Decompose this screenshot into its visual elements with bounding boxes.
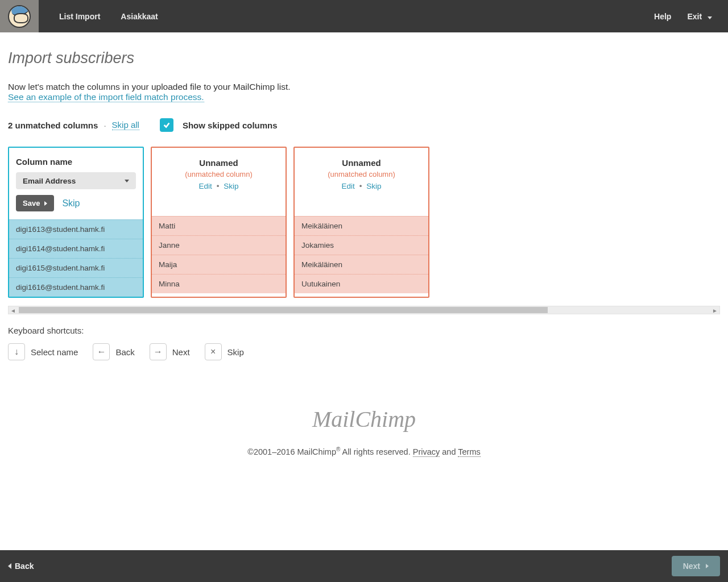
nav-exit-label: Exit [687, 12, 702, 21]
keyboard-shortcuts: Keyboard shortcuts: ↓ Select name ← Back… [8, 326, 720, 360]
column-unmatched-1-header: Unnamed (unmatched column) Edit • Skip [152, 148, 286, 216]
field-select[interactable]: Email Address [16, 172, 136, 189]
save-button-label: Save [23, 199, 40, 207]
table-row: digi1615@student.hamk.fi [9, 258, 143, 277]
save-button[interactable]: Save [16, 195, 54, 211]
edit-link[interactable]: Edit [199, 182, 212, 190]
table-row: digi1616@student.hamk.fi [9, 277, 143, 297]
separator: • [217, 182, 220, 190]
unmatched-subtitle: (unmatched column) [301, 170, 421, 178]
column-matched: Column name Email Address Save Skip digi… [8, 147, 144, 298]
unmatched-actions: Edit • Skip [159, 182, 279, 190]
chevron-down-icon [125, 180, 129, 182]
table-row: Meikäläinen [295, 255, 428, 274]
scroll-right-icon[interactable]: ► [712, 307, 718, 314]
shortcuts-row: ↓ Select name ← Back → Next × Skip [8, 343, 720, 360]
table-row: Janne [152, 235, 286, 255]
key-right-icon: → [150, 343, 167, 360]
top-nav: List Import Asiakkaat Help Exit [0, 0, 728, 32]
nav-list-import[interactable]: List Import [59, 12, 100, 21]
shortcuts-title: Keyboard shortcuts: [8, 326, 720, 335]
example-link[interactable]: See an example of the import field match… [8, 92, 204, 102]
table-row: Maija [152, 255, 286, 274]
nav-exit[interactable]: Exit [687, 12, 712, 21]
skip-link[interactable]: Skip [62, 198, 80, 209]
show-skipped-label: Show skipped columns [183, 120, 278, 130]
nav-help[interactable]: Help [654, 12, 671, 21]
show-skipped-checkbox[interactable] [160, 118, 173, 132]
column-unmatched-1-body: Matti Janne Maija Minna [152, 216, 286, 293]
unmatched-count: 2 unmatched columns [8, 120, 98, 130]
skip-link[interactable]: Skip [224, 182, 238, 190]
intro-text: Now let's match the columns in your uplo… [8, 82, 720, 92]
key-label: Select name [31, 347, 78, 357]
key-down-icon: ↓ [8, 343, 25, 360]
key-label: Skip [228, 347, 244, 357]
column-unmatched-2: Unnamed (unmatched column) Edit • Skip M… [293, 147, 429, 298]
brand-footer: MailChimp ©2001–2016 MailChimp® All righ… [8, 406, 720, 456]
copyright: ©2001–2016 MailChimp® All rights reserve… [8, 446, 720, 456]
key-label: Back [115, 347, 134, 357]
scroll-left-icon[interactable]: ◄ [10, 307, 16, 314]
back-button-label: Back [15, 562, 34, 571]
privacy-link[interactable]: Privacy [413, 447, 440, 457]
mailchimp-logo-icon [8, 5, 31, 28]
column-matched-body: digi1613@student.hamk.fi digi1614@studen… [9, 219, 143, 297]
table-row: digi1613@student.hamk.fi [9, 219, 143, 239]
nav-right: Help Exit [654, 12, 728, 21]
key-close-icon: × [205, 343, 222, 360]
chevron-right-icon [706, 564, 709, 568]
table-row: Matti [152, 216, 286, 235]
column-unmatched-2-body: Meikäläinen Jokamies Meikäläinen Uutukai… [295, 216, 428, 293]
copyright-suffix: All rights reserved. [340, 447, 412, 456]
horizontal-scrollbar[interactable]: ◄ ► [8, 306, 720, 314]
unmatched-summary: 2 unmatched columns · Skip all Show skip… [8, 118, 720, 132]
check-icon [163, 121, 171, 129]
unmatched-actions: Edit • Skip [301, 182, 421, 190]
table-row: Minna [152, 274, 286, 293]
skip-all-link[interactable]: Skip all [112, 120, 139, 130]
column-unmatched-1: Unnamed (unmatched column) Edit • Skip M… [151, 147, 287, 298]
chevron-down-icon [708, 16, 712, 19]
nav-left: List Import Asiakkaat [39, 12, 158, 21]
copyright-prefix: ©2001–2016 MailChimp [247, 447, 336, 456]
table-row: digi1614@student.hamk.fi [9, 239, 143, 258]
page-title: Import subscribers [8, 49, 720, 67]
intro: Now let's match the columns in your uplo… [8, 82, 720, 102]
skip-link[interactable]: Skip [366, 182, 381, 190]
page-content: Import subscribers Now let's match the c… [0, 32, 728, 456]
column-name-label: Column name [16, 156, 136, 172]
chevron-left-icon [8, 563, 11, 569]
nav-asiakkaat[interactable]: Asiakkaat [121, 12, 158, 21]
column-unmatched-2-header: Unnamed (unmatched column) Edit • Skip [295, 148, 428, 216]
separator: • [359, 182, 362, 190]
table-row: Jokamies [295, 235, 428, 255]
unmatched-title: Unnamed [159, 158, 279, 168]
logo[interactable] [0, 0, 39, 32]
and-text: and [440, 447, 458, 456]
columns-wrap: Column name Email Address Save Skip digi… [8, 147, 720, 298]
next-button-label: Next [683, 562, 700, 571]
field-select-value: Email Address [23, 177, 76, 185]
column-matched-header: Column name Email Address Save Skip [9, 148, 143, 219]
edit-link[interactable]: Edit [342, 182, 355, 190]
terms-link[interactable]: Terms [458, 447, 480, 457]
unmatched-subtitle: (unmatched column) [159, 170, 279, 178]
scrollbar-thumb[interactable] [19, 307, 548, 313]
next-button[interactable]: Next [672, 556, 720, 576]
chevron-right-icon [44, 201, 47, 206]
brand-logo: MailChimp [8, 406, 720, 433]
bottom-bar: Back Next [0, 550, 728, 582]
separator: · [104, 120, 106, 130]
unmatched-title: Unnamed [301, 158, 421, 168]
table-row: Uutukainen [295, 274, 428, 293]
table-row: Meikäläinen [295, 216, 428, 235]
key-label: Next [172, 347, 190, 357]
key-left-icon: ← [93, 343, 110, 360]
back-button[interactable]: Back [8, 562, 34, 571]
